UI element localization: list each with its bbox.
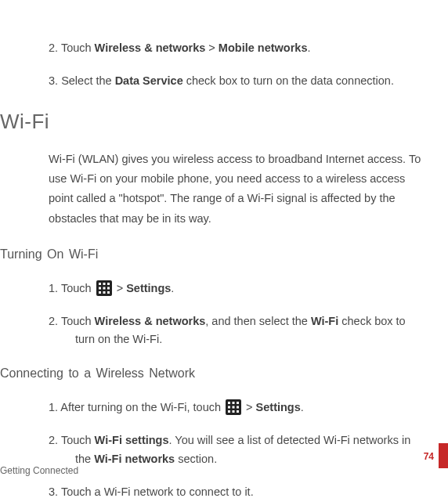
bold-text: Wi-Fi networks (94, 453, 175, 465)
text: > (114, 282, 127, 294)
bold-text: Mobile networks (219, 42, 308, 54)
svg-rect-1 (99, 283, 101, 285)
svg-rect-17 (228, 410, 230, 413)
text: After turning on the Wi-Fi, touch (60, 401, 224, 413)
svg-rect-16 (237, 406, 239, 408)
heading-wifi: Wi-Fi (0, 105, 425, 139)
text: check box to turn on the data connection… (183, 74, 394, 87)
text: Touch (61, 282, 95, 294)
text: . You will see a list of detected Wi-Fi … (169, 434, 411, 446)
page-number: 74 (424, 451, 434, 462)
side-tab-marker (439, 443, 448, 468)
list-item: 3. Touch a Wi-Fi network to connect to i… (49, 483, 425, 498)
step-number: 2. (49, 434, 58, 446)
text: > (243, 401, 256, 413)
svg-rect-7 (99, 291, 101, 294)
text: Touch (61, 434, 95, 446)
svg-rect-3 (107, 283, 110, 285)
step-number: 1. (49, 282, 58, 294)
text: Touch (61, 42, 95, 54)
bold-text: Wi-Fi settings (95, 434, 169, 446)
svg-rect-8 (103, 291, 105, 294)
bold-text: Settings (256, 401, 301, 413)
page-content: 2. Touch Wireless & networks > Mobile ne… (0, 0, 448, 498)
footer-text: Getting Connected (0, 465, 78, 476)
text: turn on the Wi-Fi. (49, 330, 425, 349)
text: Select the (61, 74, 115, 87)
paragraph: Wi-Fi (WLAN) gives you wireless access t… (49, 150, 425, 229)
heading-turning-on: Turning On Wi-Fi (0, 244, 425, 265)
list-item: 2. Touch Wi-Fi settings. You will see a … (49, 431, 425, 469)
text: , and then select the (205, 315, 311, 327)
text: . (307, 42, 310, 54)
svg-rect-13 (237, 402, 239, 404)
bold-text: Settings (126, 282, 171, 294)
text: check box to (338, 315, 405, 327)
list-item: 2. Touch Wireless & networks, and then s… (49, 312, 425, 350)
text: > (205, 42, 219, 54)
step-number: 3. (49, 74, 58, 87)
step-number: 3. (49, 485, 58, 498)
svg-rect-12 (233, 402, 235, 404)
bold-text: Wireless & networks (95, 42, 206, 54)
apps-grid-icon (226, 399, 241, 415)
svg-rect-6 (107, 287, 110, 289)
list-item: 2. Touch Wireless & networks > Mobile ne… (49, 39, 425, 58)
heading-connecting: Connecting to a Wireless Network (0, 363, 425, 384)
text: Touch (61, 315, 95, 327)
svg-rect-14 (228, 406, 230, 408)
svg-rect-2 (103, 283, 105, 285)
svg-rect-18 (233, 410, 235, 413)
step-number: 1. (49, 401, 58, 413)
text: the (75, 453, 94, 465)
apps-grid-icon (96, 280, 112, 296)
svg-rect-9 (107, 291, 110, 294)
svg-rect-15 (233, 406, 235, 408)
text: . (171, 282, 174, 294)
bold-text: Wireless & networks (95, 315, 206, 327)
bold-text: Data Service (115, 74, 183, 87)
svg-rect-4 (99, 287, 101, 289)
svg-rect-19 (237, 410, 239, 413)
svg-rect-11 (228, 402, 230, 404)
step-number: 2. (49, 315, 58, 327)
list-item: 1. After turning on the Wi-Fi, touch > S… (49, 399, 425, 417)
step-number: 2. (49, 42, 58, 54)
text: Touch a Wi-Fi network to connect to it. (61, 485, 254, 498)
bold-text: Wi-Fi (311, 315, 338, 327)
list-item: 3. Select the Data Service check box to … (49, 72, 425, 91)
list-item: 1. Touch > Settings. (49, 280, 425, 298)
svg-rect-5 (103, 287, 105, 289)
text: . (301, 401, 304, 413)
text: section. (175, 453, 217, 465)
